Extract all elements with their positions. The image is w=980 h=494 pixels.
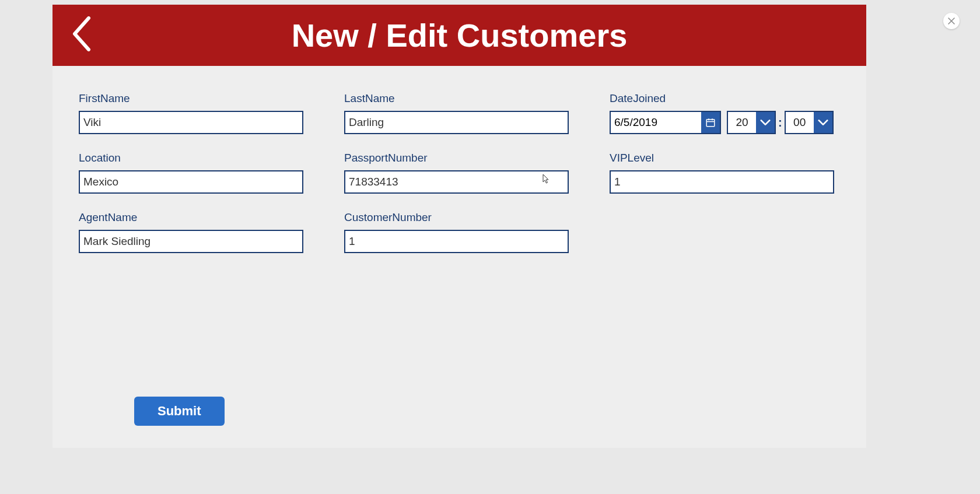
input-location[interactable] [79, 170, 303, 194]
field-viplevel: VIPLevel [610, 152, 840, 194]
label-datejoined: DateJoined [610, 92, 840, 105]
input-passportnumber[interactable] [344, 170, 569, 194]
label-passportnumber: PassportNumber [344, 152, 575, 164]
label-firstname: FirstName [79, 92, 309, 105]
minute-select[interactable]: 00 [785, 111, 834, 134]
chevron-down-icon [760, 119, 771, 126]
modal-container: New / Edit Customers FirstName LastName … [52, 5, 866, 448]
minute-value: 00 [786, 112, 814, 133]
back-arrow-icon [71, 16, 92, 51]
field-lastname: LastName [344, 92, 575, 134]
label-lastname: LastName [344, 92, 575, 105]
form-title: New / Edit Customers [292, 16, 628, 54]
label-customernumber: CustomerNumber [344, 211, 575, 224]
svg-rect-0 [706, 120, 715, 127]
input-viplevel[interactable] [610, 170, 834, 194]
form-header: New / Edit Customers [52, 5, 866, 66]
field-firstname: FirstName [79, 92, 309, 134]
chevron-down-icon [818, 119, 828, 126]
input-agentname[interactable] [79, 230, 303, 253]
input-firstname[interactable] [79, 111, 303, 134]
datejoined-controls: 20 : 00 [610, 111, 840, 134]
field-customernumber: CustomerNumber [344, 211, 575, 253]
hour-dropdown-button[interactable] [756, 112, 775, 133]
label-location: Location [79, 152, 309, 164]
input-customernumber[interactable] [344, 230, 569, 253]
back-button[interactable] [70, 16, 93, 51]
input-lastname[interactable] [344, 111, 569, 134]
hour-value: 20 [728, 112, 756, 133]
date-input-wrap [610, 111, 721, 134]
label-agentname: AgentName [79, 211, 309, 224]
field-datejoined: DateJoined 20 [610, 92, 840, 134]
submit-area: Submit [134, 397, 225, 426]
label-viplevel: VIPLevel [610, 152, 840, 164]
calendar-icon [705, 117, 716, 128]
submit-button[interactable]: Submit [134, 397, 225, 426]
time-separator: : [778, 116, 782, 129]
field-location: Location [79, 152, 309, 194]
calendar-button[interactable] [701, 112, 720, 133]
minute-dropdown-button[interactable] [814, 112, 832, 133]
field-agentname: AgentName [79, 211, 309, 253]
input-date[interactable] [611, 112, 701, 133]
form-grid: FirstName LastName DateJoined [52, 66, 866, 253]
close-button[interactable] [943, 13, 960, 29]
field-passportnumber: PassportNumber [344, 152, 575, 194]
hour-select[interactable]: 20 [727, 111, 776, 134]
close-icon [948, 17, 955, 24]
